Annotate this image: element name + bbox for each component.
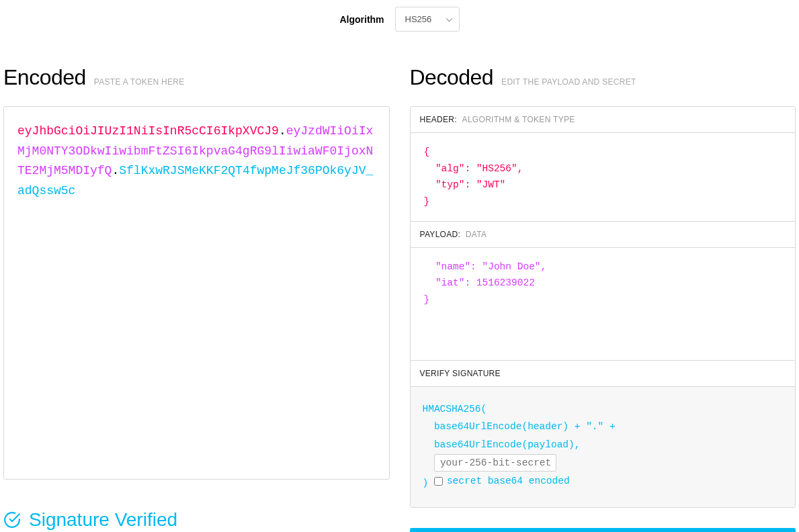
sig-close-paren: ) — [423, 478, 434, 488]
token-dot: . — [112, 164, 119, 177]
header-sublabel-text: ALGORITHM & TOKEN TYPE — [462, 115, 575, 124]
sig-line2: base64UrlEncode(header) + "." + — [423, 421, 616, 432]
secret-base64-checkbox[interactable] — [434, 477, 443, 486]
decoded-box: HEADER: ALGORITHM & TOKEN TYPE { "alg": … — [410, 106, 796, 508]
check-circle-icon — [3, 511, 21, 529]
signature-status-text: Signature Verified — [29, 509, 177, 531]
encoded-column: Encoded PASTE A TOKEN HERE eyJhbGciOiJIU… — [3, 45, 390, 532]
algorithm-label: Algorithm — [339, 14, 384, 25]
algorithm-select-wrap: HS256 — [395, 7, 460, 32]
decoded-subtitle: EDIT THE PAYLOAD AND SECRET — [501, 77, 636, 87]
header-label-text: HEADER: — [420, 115, 457, 124]
algorithm-select[interactable]: HS256 — [395, 7, 460, 32]
secret-checkbox-row: secret base64 encoded — [434, 472, 570, 490]
signature-section-label: VERIFY SIGNATURE — [411, 361, 796, 387]
encoded-token-box[interactable]: eyJhbGciOiJIUzI1NiIsInR5cCI6IkpXVCJ9.eyJ… — [3, 106, 390, 480]
sig-line1: HMACSHA256( — [423, 404, 487, 414]
header-json-body[interactable]: { "alg": "HS256", "typ": "JWT" } — [411, 133, 796, 222]
algorithm-row: Algorithm HS256 — [0, 0, 799, 45]
payload-section-label: PAYLOAD: DATA — [411, 222, 796, 248]
token-dot: . — [279, 124, 286, 138]
encoded-subtitle: PASTE A TOKEN HERE — [94, 77, 185, 87]
header-section-label: HEADER: ALGORITHM & TOKEN TYPE — [411, 107, 796, 133]
encoded-title: Encoded — [3, 65, 86, 90]
payload-label-text: PAYLOAD: — [420, 230, 461, 239]
sig-line3: base64UrlEncode(payload), — [423, 439, 581, 450]
token-header-part: eyJhbGciOiJIUzI1NiIsInR5cCI6IkpXVCJ9 — [17, 124, 279, 138]
decoded-column: Decoded EDIT THE PAYLOAD AND SECRET HEAD… — [410, 45, 796, 532]
share-jwt-button[interactable]: SHARE JWT — [410, 528, 796, 532]
payload-json-body[interactable]: "name": "John Doe", "iat": 1516239022 } — [411, 248, 796, 361]
signature-label-text: VERIFY SIGNATURE — [420, 369, 501, 378]
secret-checkbox-label: secret base64 encoded — [447, 472, 570, 490]
encoded-header: Encoded PASTE A TOKEN HERE — [3, 65, 390, 90]
main-columns: Encoded PASTE A TOKEN HERE eyJhbGciOiJIU… — [0, 45, 799, 532]
decoded-header: Decoded EDIT THE PAYLOAD AND SECRET — [410, 65, 796, 90]
payload-sublabel-text: DATA — [466, 230, 487, 239]
secret-input[interactable] — [434, 454, 556, 472]
decoded-title: Decoded — [410, 65, 494, 90]
signature-status: Signature Verified — [3, 509, 390, 531]
signature-body: HMACSHA256( base64UrlEncode(header) + ".… — [411, 387, 796, 507]
